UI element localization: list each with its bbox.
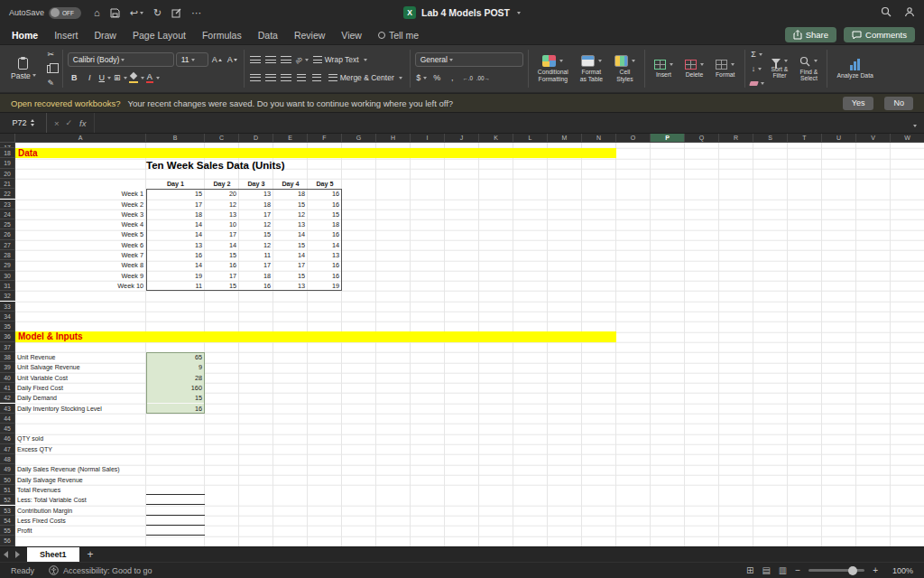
row-header-43[interactable]: 43 — [0, 404, 15, 414]
sales-value-cell[interactable]: 17 — [273, 260, 308, 270]
increase-decimal-button[interactable]: ←.0 — [461, 71, 475, 85]
row-header-51[interactable]: 51 — [0, 485, 15, 495]
row-header-41[interactable]: 41 — [0, 383, 15, 393]
row-header-26[interactable]: 26 — [0, 229, 15, 239]
row-header-37[interactable]: 37 — [0, 342, 15, 352]
column-header-m[interactable]: M — [548, 134, 582, 143]
sales-value-cell[interactable]: 14 — [146, 260, 205, 270]
sales-value-cell[interactable]: 14 — [308, 240, 342, 250]
format-as-table-button[interactable]: Formatas Table — [576, 55, 607, 82]
wrap-text-button[interactable]: Wrap Text — [310, 55, 370, 64]
row-header-21[interactable]: 21 — [0, 179, 15, 189]
decrease-decimal-button[interactable]: .00→ — [476, 71, 490, 85]
column-header-d[interactable]: D — [239, 134, 273, 143]
decrease-indent-button[interactable] — [295, 71, 309, 85]
sales-value-cell[interactable]: 16 — [205, 260, 239, 270]
row-header-52[interactable]: 52 — [0, 495, 15, 505]
zoom-slider[interactable] — [808, 569, 864, 572]
zoom-slider-knob[interactable] — [848, 566, 857, 575]
sales-value-cell[interactable]: 18 — [273, 189, 308, 199]
search-icon[interactable] — [881, 5, 892, 21]
output-value-cell[interactable] — [146, 495, 205, 505]
sales-value-cell[interactable]: 12 — [239, 240, 273, 250]
sales-value-cell[interactable]: 11 — [146, 281, 205, 291]
output-value-cell[interactable] — [146, 506, 205, 516]
row-header-32[interactable]: 32 — [0, 291, 15, 301]
sales-value-cell[interactable]: 17 — [205, 229, 239, 239]
row-header-38[interactable]: 38 — [0, 352, 15, 362]
yes-button[interactable]: Yes — [843, 97, 874, 110]
tab-review[interactable]: Review — [286, 25, 333, 44]
align-left-button[interactable] — [249, 71, 263, 85]
clear-button[interactable] — [750, 77, 764, 90]
column-header-v[interactable]: V — [856, 134, 891, 143]
sales-value-cell[interactable]: 15 — [146, 189, 205, 199]
sales-value-cell[interactable]: 15 — [273, 200, 308, 210]
italic-button[interactable]: I — [83, 71, 97, 85]
row-header-18[interactable]: 18 — [0, 148, 15, 158]
column-header-t[interactable]: T — [788, 134, 822, 143]
autosave-toggle[interactable]: AutoSave OFF — [9, 7, 81, 19]
tab-insert[interactable]: Insert — [46, 25, 86, 44]
format-painter-button[interactable]: ✎ — [44, 77, 58, 90]
row-header-50[interactable]: 50 — [0, 475, 15, 485]
spreadsheet-grid[interactable]: DataModel & InputsTen Week Sales Data (U… — [0, 134, 924, 546]
name-box[interactable]: P72 — [0, 113, 47, 133]
number-format-select[interactable]: General — [415, 52, 523, 67]
align-bottom-button[interactable] — [280, 53, 293, 67]
increase-font-size-button[interactable]: A — [210, 53, 224, 67]
column-header-n[interactable]: N — [582, 134, 616, 143]
share-button[interactable]: Share — [785, 27, 836, 42]
sales-value-cell[interactable]: 15 — [273, 240, 308, 250]
tab-page-layout[interactable]: Page Layout — [125, 25, 194, 44]
row-header-54[interactable]: 54 — [0, 516, 15, 526]
cancel-icon[interactable]: × — [54, 118, 60, 128]
normal-view-icon[interactable]: ⊞ — [746, 565, 753, 575]
sort-filter-button[interactable]: Sort &Filter — [767, 59, 793, 79]
sales-value-cell[interactable]: 17 — [205, 271, 239, 281]
edit-document-icon[interactable] — [171, 8, 181, 18]
tab-formulas[interactable]: Formulas — [194, 25, 250, 44]
row-header-56[interactable]: 56 — [0, 536, 15, 545]
output-value-cell[interactable] — [146, 516, 205, 526]
row-header-48[interactable]: 48 — [0, 454, 15, 464]
sheet-tab-sheet1[interactable]: Sheet1 — [27, 547, 79, 562]
sales-value-cell[interactable]: 16 — [308, 260, 342, 270]
row-header-29[interactable]: 29 — [0, 260, 15, 270]
autosum-button[interactable]: Σ — [750, 48, 764, 61]
tab-view[interactable]: View — [333, 25, 370, 44]
column-header-g[interactable]: G — [342, 134, 376, 143]
orientation-button[interactable]: ab — [295, 53, 309, 67]
sales-value-cell[interactable]: 16 — [146, 250, 205, 260]
row-header-40[interactable]: 40 — [0, 373, 15, 383]
sales-value-cell[interactable]: 17 — [239, 210, 273, 219]
accessibility-status[interactable]: Accessibility: Good to go — [49, 565, 152, 575]
row-header-24[interactable]: 24 — [0, 210, 15, 219]
name-box-spinner[interactable] — [31, 119, 34, 126]
sales-value-cell[interactable]: 14 — [273, 229, 308, 239]
sales-value-cell[interactable]: 14 — [205, 240, 239, 250]
input-value-cell[interactable]: 160 — [146, 383, 205, 393]
find-select-button[interactable]: Find &Select — [795, 56, 822, 82]
home-icon[interactable]: ⌂ — [94, 7, 100, 18]
bold-button[interactable]: B — [68, 71, 81, 85]
row-header-34[interactable]: 34 — [0, 312, 15, 322]
sales-value-cell[interactable]: 17 — [239, 260, 273, 270]
font-color-button[interactable]: A — [146, 71, 160, 85]
tab-data[interactable]: Data — [250, 25, 286, 44]
sales-value-cell[interactable]: 12 — [239, 219, 273, 229]
row-header-45[interactable]: 45 — [0, 424, 15, 434]
sales-value-cell[interactable]: 18 — [146, 210, 205, 219]
sales-value-cell[interactable]: 13 — [205, 210, 239, 219]
fx-icon[interactable]: fx — [79, 118, 86, 128]
analyze-data-button[interactable]: Analyze Data — [832, 59, 877, 79]
sales-value-cell[interactable]: 13 — [273, 219, 308, 229]
sheet-nav-right-icon[interactable] — [15, 551, 20, 558]
row-header-30[interactable]: 30 — [0, 271, 15, 281]
cell-styles-button[interactable]: CellStyles — [610, 55, 640, 82]
row-header-42[interactable]: 42 — [0, 393, 15, 403]
column-header-f[interactable]: F — [308, 134, 342, 143]
sales-value-cell[interactable]: 15 — [239, 229, 273, 239]
row-header-28[interactable]: 28 — [0, 250, 15, 260]
column-header-j[interactable]: J — [445, 134, 479, 143]
